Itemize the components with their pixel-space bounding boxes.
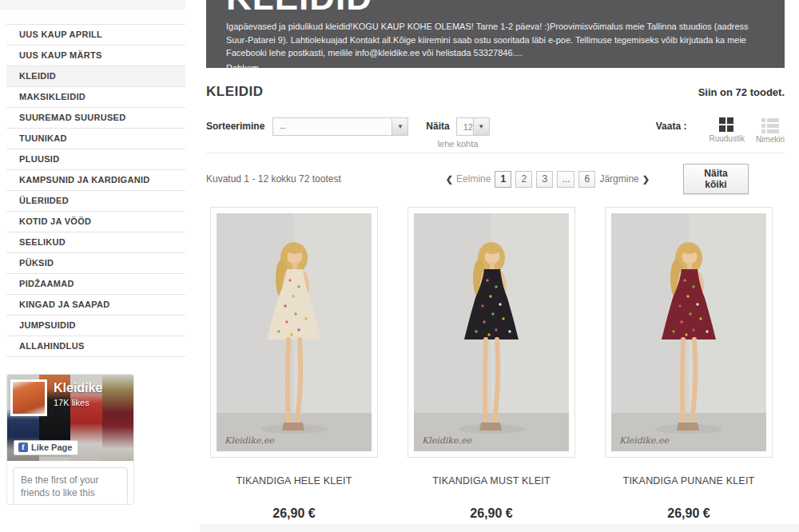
facebook-page-name[interactable]: Kleidike: [54, 381, 102, 395]
sort-label: Sorteerimine: [206, 117, 264, 151]
grid-view-label: Ruudustik: [709, 134, 744, 143]
product-image[interactable]: Kleidike.ee: [605, 207, 773, 458]
product-card: Kleidike.ee TIKANDIGA PUNANE KLEIT 26,90…: [605, 207, 773, 521]
product-card: Kleidike.ee TIKANDIGA MUST KLEIT 26,90 €: [407, 207, 575, 521]
next-page-button[interactable]: Järgmine ❯: [599, 173, 650, 185]
chevron-down-icon: ▼: [392, 118, 407, 135]
sidebar-item-uus-kaup-aprill[interactable]: UUS KAUP APRILL: [6, 25, 185, 46]
photo-watermark: Kleidike.ee: [619, 435, 670, 446]
sidebar-item-seelikud[interactable]: SEELIKUD: [6, 232, 185, 253]
product-count: Siin on 72 toodet.: [698, 86, 785, 98]
previous-label: Eelmine: [456, 173, 491, 185]
shown-range-text: Kuvatud 1 - 12 kokku 72 tootest: [206, 173, 446, 185]
product-title[interactable]: TIKANDIGA MUST KLEIT: [407, 475, 575, 486]
chevron-right-icon: ❯: [642, 174, 650, 185]
list-view-label: Nimekiri: [756, 135, 785, 144]
sidebar-item-allahindlus[interactable]: ALLAHINDLUS: [6, 336, 185, 357]
page-button-2[interactable]: 2: [515, 171, 532, 188]
per-page-label: lehe kohta: [426, 139, 489, 149]
facebook-friends-prompt: Be the first of your friends to like thi…: [13, 467, 128, 505]
sidebar-item-pluusid[interactable]: PLUUSID: [6, 149, 185, 170]
sidebar-item-maksikleidid[interactable]: MAKSIKLEIDID: [6, 87, 185, 108]
product-price: 26,90 €: [407, 506, 575, 521]
sidebar-item-jumpsuidid[interactable]: JUMPSUIDID: [6, 316, 185, 336]
category-sidebar: UUS KAUP APRILL UUS KAUP MÄRTS KLEIDID M…: [6, 24, 185, 357]
sort-selected-value: --: [273, 122, 392, 132]
product-image[interactable]: Kleidike.ee: [210, 207, 378, 458]
next-label: Järgmine: [599, 173, 638, 185]
facebook-like-page-button[interactable]: f Like Page: [14, 440, 78, 455]
page-button-3[interactable]: 3: [536, 171, 553, 188]
sidebar-item-puksid[interactable]: PÜKSID: [6, 253, 185, 274]
facebook-likes-count: 17K likes: [54, 398, 89, 407]
facebook-icon: f: [18, 443, 28, 452]
cover-photo-segment: [102, 375, 134, 461]
facebook-profile-picture[interactable]: [10, 379, 47, 416]
chevron-left-icon: ❮: [446, 174, 453, 185]
facebook-cover-photo: Kleidike 17K likes f Like Page: [7, 375, 133, 461]
page-button-6[interactable]: 6: [578, 171, 595, 188]
page-button-1[interactable]: 1: [495, 171, 511, 188]
per-page-select[interactable]: 12 ▼: [456, 117, 490, 136]
like-page-label: Like Page: [31, 443, 72, 452]
sidebar-item-kotid-ja-vood[interactable]: KOTID JA VÖÖD: [6, 212, 185, 232]
product-price: 26,90 €: [605, 506, 773, 521]
product-price: 26,90 €: [210, 506, 378, 521]
photo-watermark: Kleidike.ee: [225, 435, 276, 446]
sidebar-item-uus-kaup-marts[interactable]: UUS KAUP MÄRTS: [6, 46, 185, 66]
show-all-button[interactable]: Näita kõiki: [683, 164, 749, 194]
product-card: Kleidike.ee TIKANDIGA HELE KLEIT 26,90 €: [210, 207, 378, 521]
divider: [206, 153, 785, 153]
banner-title: KLEIDID: [226, 0, 769, 18]
sidebar-item-kleidid[interactable]: KLEIDID: [6, 66, 185, 87]
previous-page-button[interactable]: ❮ Eelmine: [446, 173, 491, 185]
photo-watermark: Kleidike.ee: [422, 435, 473, 446]
sidebar-item-kingad-ja-saapad[interactable]: KINGAD JA SAAPAD: [6, 295, 185, 316]
sidebar-item-suuremad-suurused[interactable]: SUUREMAD SUURUSED: [6, 108, 185, 129]
product-image[interactable]: Kleidike.ee: [407, 207, 575, 458]
list-view-button[interactable]: Nimekiri: [756, 117, 785, 151]
page-title: KLEIDID: [206, 84, 264, 100]
grid-view-button[interactable]: Ruudustik: [709, 117, 744, 151]
header-strip: [0, 0, 185, 10]
main-content: KLEIDID Igapäevased ja pidulikud kleidid…: [206, 0, 785, 521]
sidebar-item-uleriided[interactable]: ÜLERIIDED: [6, 191, 185, 212]
category-description-banner: KLEIDID Igapäevased ja pidulikud kleidid…: [206, 0, 785, 68]
chevron-down-icon: ▼: [473, 118, 489, 135]
next-row-separator: [200, 524, 799, 532]
list-view-icon: [761, 118, 779, 133]
page-ellipsis: ...: [557, 171, 574, 188]
pagination-bar: Kuvatud 1 - 12 kokku 72 tootest ❮ Eelmin…: [206, 164, 785, 194]
listing-controls: Sorteerimine -- ▼ Näita 12 ▼ lehe kohta …: [206, 117, 785, 151]
banner-description: Igapäevased ja pidulikud kleidid!KOGU KA…: [226, 20, 769, 60]
view-label: Vaata :: [656, 117, 687, 151]
product-title[interactable]: TIKANDIGA PUNANE KLEIT: [605, 475, 773, 486]
sidebar-item-tuunikad[interactable]: TUUNIKAD: [6, 129, 185, 149]
grid-view-icon: [719, 117, 734, 133]
sort-select[interactable]: -- ▼: [272, 117, 408, 136]
read-more-link[interactable]: Rohkem: [226, 62, 259, 69]
show-label: Näita: [426, 117, 449, 136]
facebook-like-widget: Kleidike 17K likes f Like Page Be the fi…: [6, 374, 134, 505]
sidebar-item-kampsunid[interactable]: KAMPSUNID JA KARDIGANID: [6, 170, 185, 191]
per-page-selected-value: 12: [457, 122, 473, 132]
product-title[interactable]: TIKANDIGA HELE KLEIT: [210, 475, 378, 486]
profile-image: [13, 382, 45, 414]
product-grid: Kleidike.ee TIKANDIGA HELE KLEIT 26,90 €: [206, 207, 785, 521]
sidebar-item-pidzaamad[interactable]: PIDŽAAMAD: [6, 274, 185, 295]
